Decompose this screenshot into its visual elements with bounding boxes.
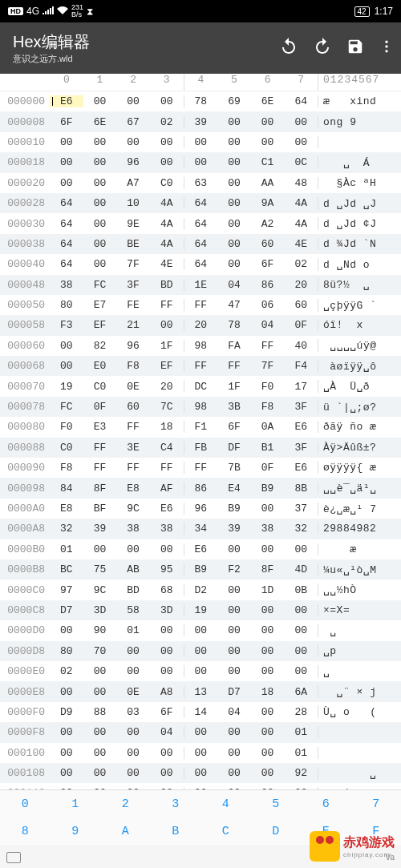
hex-byte[interactable]: 00 <box>251 136 285 148</box>
hex-byte[interactable]: E6 <box>50 95 83 107</box>
hex-byte[interactable]: FF <box>150 299 184 311</box>
hex-byte[interactable]: 64 <box>184 238 218 250</box>
hex-byte[interactable]: FA <box>217 340 251 352</box>
hex-byte[interactable]: 02 <box>284 258 318 270</box>
hex-byte[interactable]: 00 <box>284 116 318 128</box>
hex-byte[interactable]: 3E <box>116 442 150 454</box>
hex-byte[interactable]: 00 <box>150 95 184 107</box>
hex-byte[interactable]: 60 <box>251 238 285 250</box>
hex-byte[interactable]: 1F <box>217 381 251 393</box>
hex-row[interactable]: 000000E600000078696E64æ xind <box>0 91 401 111</box>
hex-byte[interactable]: 69 <box>217 95 251 107</box>
hex-byte[interactable]: 96 <box>116 340 150 352</box>
hex-byte[interactable]: 78 <box>217 319 251 331</box>
hex-byte[interactable]: FF <box>83 462 117 474</box>
row-ascii[interactable]: §Àc ªH <box>318 177 401 189</box>
row-ascii[interactable]: ␣ <box>318 624 401 637</box>
hex-byte[interactable]: 8F <box>251 563 285 575</box>
hex-byte[interactable]: 00 <box>50 686 83 698</box>
hex-byte[interactable]: DC <box>184 381 218 393</box>
hex-byte[interactable]: 48 <box>284 177 318 189</box>
row-ascii[interactable]: ␣À Ü␣ð <box>318 380 401 393</box>
hex-byte[interactable]: 7C <box>150 401 184 413</box>
hex-byte[interactable]: 00 <box>50 177 83 189</box>
hex-row[interactable]: 0000200000A7C06300AA48 §Àc ªH <box>0 173 401 193</box>
hex-byte[interactable]: 70 <box>83 645 117 657</box>
hex-byte[interactable]: D7 <box>217 686 251 698</box>
hex-byte[interactable]: E6 <box>184 543 218 555</box>
hex-byte[interactable]: F8 <box>50 462 83 474</box>
hex-byte[interactable]: FF <box>251 340 285 352</box>
hex-byte[interactable]: 00 <box>217 218 251 230</box>
hex-byte[interactable]: 18 <box>150 421 184 433</box>
hex-byte[interactable]: 14 <box>184 706 218 718</box>
hex-byte[interactable]: 4D <box>284 563 318 575</box>
hex-byte[interactable]: 10 <box>116 197 150 209</box>
hex-byte[interactable]: 00 <box>184 726 218 738</box>
hex-row[interactable]: 0000100000000000000000 <box>0 132 401 152</box>
hex-byte[interactable]: 02 <box>50 665 83 677</box>
row-ascii[interactable]: d ␣Nd o <box>318 258 401 271</box>
save-icon[interactable] <box>346 38 364 59</box>
hex-byte[interactable]: 1F <box>150 340 184 352</box>
hex-byte[interactable]: 00 <box>217 177 251 189</box>
hex-byte[interactable]: 00 <box>83 258 117 270</box>
hex-byte[interactable]: 00 <box>217 604 251 616</box>
hex-byte[interactable]: 64 <box>184 197 218 209</box>
hex-byte[interactable]: D2 <box>184 584 218 596</box>
hex-byte[interactable]: 37 <box>284 503 318 515</box>
hex-byte[interactable]: 00 <box>217 238 251 250</box>
keypad-8[interactable]: 8 <box>0 818 51 846</box>
hex-byte[interactable]: 00 <box>184 156 218 168</box>
hex-row[interactable]: 00007019C00E20DC1FF017␣À Ü␣ð <box>0 376 401 396</box>
row-ascii[interactable]: d ¾Jd `N <box>318 238 401 250</box>
hex-byte[interactable]: F0 <box>251 381 285 393</box>
hex-byte[interactable]: 7B <box>217 462 251 474</box>
keypad-0[interactable]: 0 <box>0 790 51 818</box>
hex-byte[interactable]: 1D <box>251 584 285 596</box>
hex-byte[interactable]: 00 <box>50 767 83 779</box>
row-ascii[interactable]: ␣␣½hÒ <box>318 583 401 596</box>
hex-byte[interactable]: B9 <box>217 503 251 515</box>
hex-byte[interactable]: E6 <box>284 421 318 433</box>
hex-byte[interactable]: 00 <box>184 747 218 759</box>
hex-byte[interactable]: 3F <box>284 442 318 454</box>
hex-byte[interactable]: 00 <box>150 319 184 331</box>
hex-row[interactable]: 00006800E0F8EFFFFF7FF4 àøïÿÿ␣ô <box>0 356 401 376</box>
hex-byte[interactable]: 60 <box>284 299 318 311</box>
keypad-3[interactable]: 3 <box>151 790 201 818</box>
hex-byte[interactable]: 00 <box>83 767 117 779</box>
hex-byte[interactable]: 6F <box>50 116 83 128</box>
hex-byte[interactable]: 00 <box>116 665 150 677</box>
hex-byte[interactable]: 00 <box>217 197 251 209</box>
hex-byte[interactable]: 18 <box>251 686 285 698</box>
hex-byte[interactable]: 03 <box>116 706 150 718</box>
hex-byte[interactable]: 00 <box>251 645 285 657</box>
hex-byte[interactable]: E0 <box>83 360 117 372</box>
hex-byte[interactable]: 9C <box>116 503 150 515</box>
hex-byte[interactable]: 00 <box>150 543 184 555</box>
hex-byte[interactable]: 00 <box>217 116 251 128</box>
hex-byte[interactable]: 00 <box>284 624 318 636</box>
hex-byte[interactable]: 64 <box>50 218 83 230</box>
row-ascii[interactable]: ×=X= <box>318 604 401 616</box>
hex-byte[interactable]: 00 <box>251 503 285 515</box>
hex-row[interactable]: 0000386400BE4A6400604Ed ¾Jd `N <box>0 234 401 254</box>
hex-byte[interactable]: BD <box>150 279 184 291</box>
hex-byte[interactable]: 00 <box>251 543 285 555</box>
hex-byte[interactable]: FB <box>184 442 218 454</box>
hex-byte[interactable]: 0C <box>284 156 318 168</box>
hex-byte[interactable]: 00 <box>217 624 251 636</box>
hex-byte[interactable]: 39 <box>184 116 218 128</box>
hex-byte[interactable]: 3D <box>150 604 184 616</box>
hex-byte[interactable]: 38 <box>50 279 83 291</box>
hex-byte[interactable]: 8B <box>284 482 318 495</box>
hex-byte[interactable]: C0 <box>50 442 83 454</box>
hex-byte[interactable]: 4E <box>150 258 184 270</box>
hex-byte[interactable]: 60 <box>116 401 150 413</box>
hex-byte[interactable]: 0F <box>251 462 285 474</box>
hex-byte[interactable]: 00 <box>50 136 83 148</box>
hex-byte[interactable]: 7F <box>116 258 150 270</box>
hex-byte[interactable]: 00 <box>116 136 150 148</box>
keyboard-icon[interactable] <box>6 852 21 863</box>
